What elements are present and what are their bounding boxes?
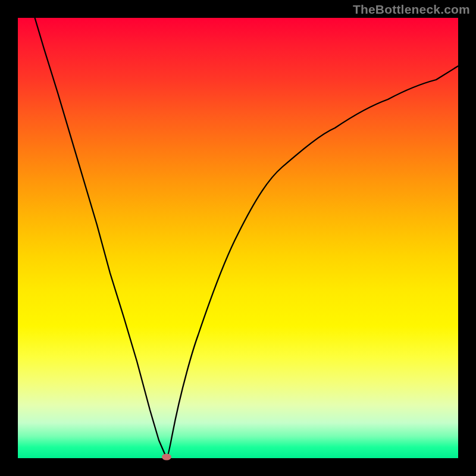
bottleneck-curve: [18, 18, 458, 458]
curve-path: [18, 0, 458, 458]
watermark-text: TheBottleneck.com: [353, 2, 470, 17]
plot-area: [18, 18, 458, 458]
chart-frame: TheBottleneck.com: [0, 0, 476, 476]
optimal-marker: [162, 454, 171, 461]
